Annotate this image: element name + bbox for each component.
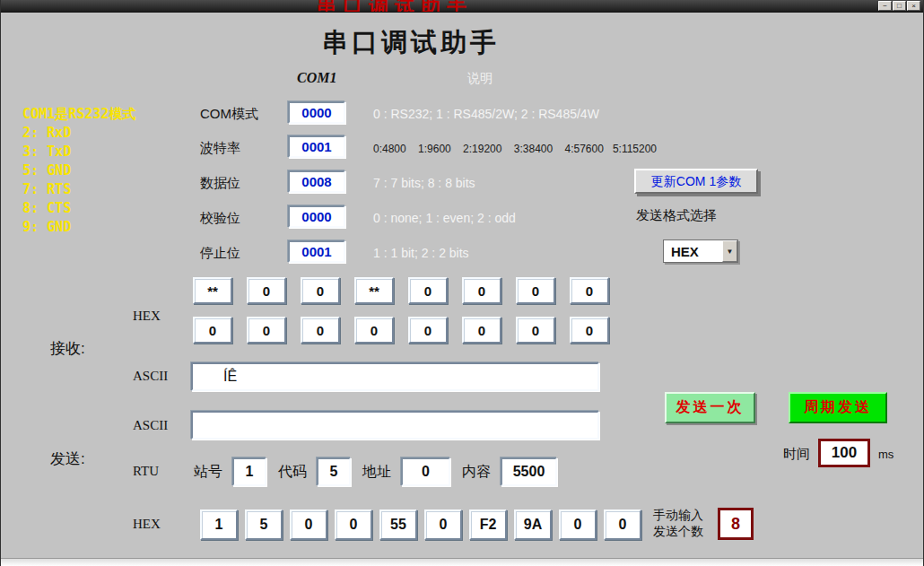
rtu-address-input[interactable]: 0 [401, 457, 450, 486]
send-section-label: 发送: [50, 448, 85, 469]
rtu-row: 站号 1 代码 5 地址 0 内容 5500 [194, 457, 569, 487]
send-hex-cell[interactable]: 0 [604, 509, 641, 540]
receive-hex-cell[interactable]: 0 [408, 317, 448, 344]
rtu-label: RTU [133, 464, 159, 479]
format-select-value: HEX [664, 240, 722, 262]
rtu-code-input[interactable]: 5 [317, 457, 351, 486]
send-ascii-field[interactable] [191, 411, 599, 440]
receive-hex-cell[interactable]: 0 [516, 317, 555, 344]
periodic-send-button[interactable]: 周期发送 [789, 392, 887, 423]
receive-section-label: 接收: [50, 338, 85, 359]
titlebar-ghost-title: 串口调试助手 [317, 0, 473, 13]
titlebar: 串口调试助手 − □ × [1, 0, 923, 13]
pinout-line: 9: GND [22, 218, 135, 237]
send-once-button[interactable]: 发送一次 [665, 392, 755, 423]
rtu-station-input[interactable]: 1 [232, 457, 266, 486]
app-window: 串口调试助手 − □ × 串口调试助手 COM1 说明 COM1是RS232模式… [0, 0, 924, 566]
manual-count-label-line1: 手动输入 [653, 507, 703, 523]
receive-hex-cell[interactable]: 0 [462, 317, 501, 344]
config-label: 停止位 [200, 245, 240, 262]
com-port-label: COM1 [297, 70, 336, 86]
config-label: COM模式 [200, 106, 258, 123]
minimize-button[interactable]: − [878, 1, 892, 11]
send-hex-cell[interactable]: 55 [379, 509, 417, 540]
stop-bits-input[interactable]: 0001 [288, 240, 345, 263]
update-com-params-button[interactable]: 更新COM 1参数 [634, 169, 758, 194]
manual-count-label: 手动输入 发送个数 [653, 507, 703, 539]
page-title: 串口调试助手 [322, 25, 500, 61]
receive-hex-cell[interactable]: 0 [247, 277, 286, 304]
receive-hex-cell[interactable]: 0 [570, 317, 609, 344]
rtu-field-label: 代码 [278, 463, 307, 482]
config-label: 数据位 [200, 175, 240, 192]
rtu-field-label: 地址 [362, 463, 391, 482]
config-row-com-mode: COM模式 0000 0 : RS232; 1 : RS485/2W; 2 : … [200, 101, 774, 126]
time-label: 时间 [783, 446, 810, 463]
config-desc: 0:4800 1:9600 2:19200 3:38400 4:57600 5:… [373, 143, 657, 155]
receive-hex-cell[interactable]: 0 [570, 277, 609, 304]
config-desc: 0 : none; 1 : even; 2 : odd [373, 211, 516, 225]
pinout-line: 7: RTS [22, 180, 135, 199]
send-hex-cell[interactable]: 9A [514, 509, 552, 540]
send-hex-cell[interactable]: 0 [290, 509, 327, 540]
send-hex-cell[interactable]: 0 [559, 509, 597, 540]
config-desc: 7 : 7 bits; 8 : 8 bits [373, 176, 475, 190]
send-hex-cell[interactable]: 5 [245, 509, 283, 540]
data-bits-input[interactable]: 0008 [288, 170, 345, 193]
receive-hex-cell[interactable]: 0 [354, 317, 394, 344]
send-hex-row: 1 5 0 0 55 0 F2 9A 0 0 [200, 509, 641, 540]
time-input[interactable]: 100 [818, 439, 870, 467]
receive-hex-label: HEX [133, 309, 161, 324]
rtu-field-label: 站号 [194, 463, 222, 482]
pinout-line: 2: RxD [22, 124, 135, 143]
maximize-button[interactable]: □ [893, 1, 906, 11]
send-hex-cell[interactable]: 0 [335, 509, 372, 540]
receive-hex-cell[interactable]: 0 [301, 277, 340, 304]
receive-hex-cell[interactable]: 0 [462, 277, 501, 304]
pinout-line: COM1是RS232模式 [22, 105, 135, 124]
description-header-label: 说明 [467, 71, 493, 87]
receive-hex-cell[interactable]: 0 [247, 317, 286, 344]
manual-count-label-line2: 发送个数 [653, 523, 703, 539]
receive-hex-cell[interactable]: 0 [408, 277, 448, 304]
ms-unit-label: ms [878, 448, 893, 461]
manual-count-input[interactable]: 8 [718, 508, 754, 540]
bottom-strip [1, 558, 923, 566]
close-button[interactable]: × [907, 1, 920, 11]
rtu-field-label: 内容 [462, 463, 491, 482]
receive-hex-cell[interactable]: 0 [516, 277, 555, 304]
com-mode-input[interactable]: 0000 [288, 101, 345, 124]
chevron-down-icon[interactable]: ▼ [722, 240, 737, 262]
receive-hex-row-1: ** 0 0 ** 0 0 0 0 [193, 277, 609, 304]
receive-hex-cell[interactable]: ** [193, 277, 232, 304]
config-desc: 1 : 1 bit; 2 : 2 bits [373, 246, 469, 260]
rtu-content-input[interactable]: 5500 [501, 457, 557, 486]
send-hex-cell[interactable]: F2 [469, 509, 507, 540]
send-ascii-label: ASCII [133, 418, 168, 433]
receive-ascii-label: ASCII [133, 369, 168, 384]
receive-hex-row-2: 0 0 0 0 0 0 0 0 [193, 317, 609, 344]
receive-ascii-field[interactable]: ÍÊ [191, 362, 599, 391]
window-controls: − □ × [878, 1, 920, 11]
config-row-baud-rate: 波特率 0001 0:4800 1:9600 2:19200 3:38400 4… [200, 135, 774, 161]
send-format-label: 发送格式选择 [636, 207, 717, 224]
format-select[interactable]: HEX ▼ [663, 239, 738, 263]
config-label: 校验位 [200, 210, 240, 227]
baud-rate-input[interactable]: 0001 [288, 135, 345, 158]
pinout-line: 3: TxD [22, 143, 135, 161]
config-desc: 0 : RS232; 1 : RS485/2W; 2 : RS485/4W [373, 107, 599, 121]
config-label: 波特率 [200, 140, 240, 157]
pinout-line: 8: CTS [22, 199, 135, 218]
send-hex-label: HEX [133, 517, 161, 532]
receive-hex-cell[interactable]: ** [354, 277, 394, 304]
receive-hex-cell[interactable]: 0 [301, 317, 340, 344]
send-hex-cell[interactable]: 1 [200, 509, 238, 540]
pinout-line: 5: GND [22, 161, 135, 180]
send-hex-cell[interactable]: 0 [424, 509, 462, 540]
receive-hex-cell[interactable]: 0 [193, 317, 232, 344]
parity-input[interactable]: 0000 [288, 205, 345, 228]
pinout-info: COM1是RS232模式 2: RxD 3: TxD 5: GND 7: RTS… [22, 105, 135, 237]
